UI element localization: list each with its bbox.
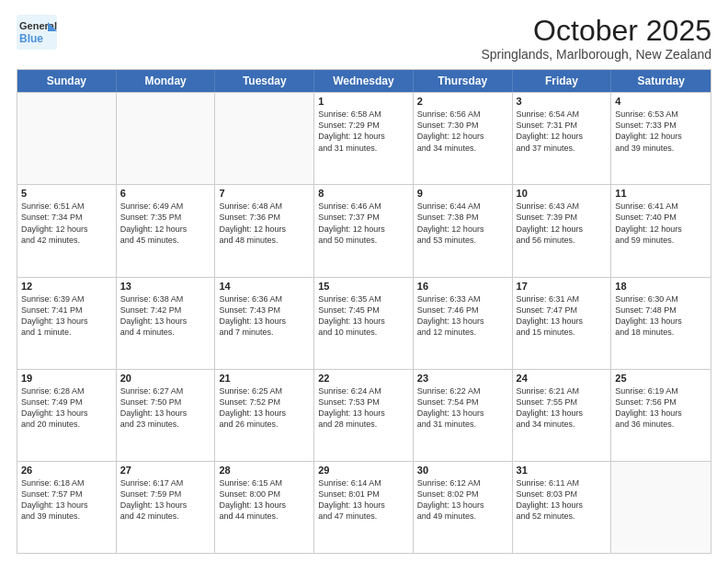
day-info: Sunrise: 6:28 AM Sunset: 7:49 PM Dayligh… bbox=[21, 385, 112, 431]
day-info: Sunrise: 6:14 AM Sunset: 8:01 PM Dayligh… bbox=[318, 477, 409, 523]
day-number: 10 bbox=[517, 188, 608, 199]
day-info: Sunrise: 6:43 AM Sunset: 7:39 PM Dayligh… bbox=[517, 201, 608, 246]
day-number: 25 bbox=[615, 373, 707, 384]
location-subtitle: Springlands, Marlborough, New Zealand bbox=[481, 47, 711, 62]
day-info: Sunrise: 6:41 AM Sunset: 7:40 PM Dayligh… bbox=[615, 201, 707, 246]
day-info: Sunrise: 6:58 AM Sunset: 7:29 PM Dayligh… bbox=[318, 109, 409, 154]
header-day-thursday: Thursday bbox=[414, 70, 513, 92]
day-number: 14 bbox=[219, 281, 310, 292]
calendar-row-2: 12Sunrise: 6:39 AM Sunset: 7:41 PM Dayli… bbox=[17, 277, 711, 369]
calendar-day-16: 16Sunrise: 6:33 AM Sunset: 7:46 PM Dayli… bbox=[414, 278, 513, 369]
day-number: 9 bbox=[417, 188, 508, 199]
header-day-tuesday: Tuesday bbox=[215, 70, 314, 92]
calendar-day-17: 17Sunrise: 6:31 AM Sunset: 7:47 PM Dayli… bbox=[513, 278, 612, 369]
day-number: 4 bbox=[615, 96, 707, 107]
day-info: Sunrise: 6:49 AM Sunset: 7:35 PM Dayligh… bbox=[120, 201, 211, 246]
calendar-day-10: 10Sunrise: 6:43 AM Sunset: 7:39 PM Dayli… bbox=[513, 185, 612, 276]
day-number: 2 bbox=[417, 96, 508, 107]
day-info: Sunrise: 6:19 AM Sunset: 7:56 PM Dayligh… bbox=[615, 385, 707, 431]
day-info: Sunrise: 6:25 AM Sunset: 7:52 PM Dayligh… bbox=[219, 385, 310, 431]
calendar-cell-empty bbox=[611, 462, 711, 553]
day-number: 6 bbox=[120, 188, 211, 199]
day-number: 30 bbox=[417, 465, 508, 476]
day-number: 13 bbox=[120, 281, 211, 292]
day-info: Sunrise: 6:36 AM Sunset: 7:43 PM Dayligh… bbox=[219, 293, 310, 339]
day-number: 8 bbox=[318, 188, 409, 199]
day-number: 20 bbox=[120, 373, 211, 384]
calendar-day-31: 31Sunrise: 6:11 AM Sunset: 8:03 PM Dayli… bbox=[513, 462, 612, 553]
calendar-day-29: 29Sunrise: 6:14 AM Sunset: 8:01 PM Dayli… bbox=[314, 462, 414, 553]
day-number: 12 bbox=[21, 281, 112, 292]
day-info: Sunrise: 6:51 AM Sunset: 7:34 PM Dayligh… bbox=[21, 201, 112, 246]
calendar-day-23: 23Sunrise: 6:22 AM Sunset: 7:54 PM Dayli… bbox=[414, 370, 513, 461]
calendar-day-20: 20Sunrise: 6:27 AM Sunset: 7:50 PM Dayli… bbox=[117, 370, 216, 461]
day-number: 28 bbox=[219, 465, 310, 476]
calendar-day-1: 1Sunrise: 6:58 AM Sunset: 7:29 PM Daylig… bbox=[314, 93, 414, 184]
day-number: 17 bbox=[517, 281, 608, 292]
calendar-day-11: 11Sunrise: 6:41 AM Sunset: 7:40 PM Dayli… bbox=[611, 185, 711, 276]
header-day-saturday: Saturday bbox=[611, 70, 711, 92]
month-title: October 2025 bbox=[481, 15, 711, 47]
calendar-day-18: 18Sunrise: 6:30 AM Sunset: 7:48 PM Dayli… bbox=[611, 278, 711, 369]
calendar-day-30: 30Sunrise: 6:12 AM Sunset: 8:02 PM Dayli… bbox=[414, 462, 513, 553]
title-block: October 2025 Springlands, Marlborough, N… bbox=[481, 15, 711, 62]
day-info: Sunrise: 6:12 AM Sunset: 8:02 PM Dayligh… bbox=[417, 477, 508, 523]
day-info: Sunrise: 6:27 AM Sunset: 7:50 PM Dayligh… bbox=[120, 385, 211, 431]
calendar-day-24: 24Sunrise: 6:21 AM Sunset: 7:55 PM Dayli… bbox=[513, 370, 612, 461]
day-number: 26 bbox=[21, 465, 112, 476]
day-number: 19 bbox=[21, 373, 112, 384]
calendar-cell-empty bbox=[117, 93, 216, 184]
header-day-sunday: Sunday bbox=[17, 70, 117, 92]
calendar-day-2: 2Sunrise: 6:56 AM Sunset: 7:30 PM Daylig… bbox=[414, 93, 513, 184]
day-info: Sunrise: 6:33 AM Sunset: 7:46 PM Dayligh… bbox=[417, 293, 508, 339]
calendar-day-3: 3Sunrise: 6:54 AM Sunset: 7:31 PM Daylig… bbox=[513, 93, 612, 184]
calendar-row-4: 26Sunrise: 6:18 AM Sunset: 7:57 PM Dayli… bbox=[17, 461, 711, 553]
calendar-day-15: 15Sunrise: 6:35 AM Sunset: 7:45 PM Dayli… bbox=[314, 278, 414, 369]
calendar-day-26: 26Sunrise: 6:18 AM Sunset: 7:57 PM Dayli… bbox=[17, 462, 117, 553]
day-info: Sunrise: 6:46 AM Sunset: 7:37 PM Dayligh… bbox=[318, 201, 409, 246]
calendar-day-14: 14Sunrise: 6:36 AM Sunset: 7:43 PM Dayli… bbox=[215, 278, 314, 369]
day-number: 11 bbox=[615, 188, 707, 199]
calendar-day-9: 9Sunrise: 6:44 AM Sunset: 7:38 PM Daylig… bbox=[414, 185, 513, 276]
day-info: Sunrise: 6:11 AM Sunset: 8:03 PM Dayligh… bbox=[517, 477, 608, 523]
day-number: 29 bbox=[318, 465, 409, 476]
calendar-day-19: 19Sunrise: 6:28 AM Sunset: 7:49 PM Dayli… bbox=[17, 370, 117, 461]
day-info: Sunrise: 6:39 AM Sunset: 7:41 PM Dayligh… bbox=[21, 293, 112, 339]
day-number: 23 bbox=[417, 373, 508, 384]
svg-text:Blue: Blue bbox=[19, 32, 43, 45]
day-number: 7 bbox=[219, 188, 310, 199]
logo-svg: GeneralBlue bbox=[17, 15, 57, 50]
day-number: 31 bbox=[517, 465, 608, 476]
calendar-header-row: SundayMondayTuesdayWednesdayThursdayFrid… bbox=[17, 70, 711, 92]
calendar-day-21: 21Sunrise: 6:25 AM Sunset: 7:52 PM Dayli… bbox=[215, 370, 314, 461]
header-day-wednesday: Wednesday bbox=[314, 70, 414, 92]
calendar-row-1: 5Sunrise: 6:51 AM Sunset: 7:34 PM Daylig… bbox=[17, 184, 711, 276]
day-number: 21 bbox=[219, 373, 310, 384]
calendar-day-22: 22Sunrise: 6:24 AM Sunset: 7:53 PM Dayli… bbox=[314, 370, 414, 461]
calendar-row-0: 1Sunrise: 6:58 AM Sunset: 7:29 PM Daylig… bbox=[17, 92, 711, 184]
day-info: Sunrise: 6:38 AM Sunset: 7:42 PM Dayligh… bbox=[120, 293, 211, 339]
day-number: 27 bbox=[120, 465, 211, 476]
day-number: 15 bbox=[318, 281, 409, 292]
day-info: Sunrise: 6:21 AM Sunset: 7:55 PM Dayligh… bbox=[517, 385, 608, 431]
logo: GeneralBlue bbox=[17, 15, 57, 50]
calendar-cell-empty bbox=[17, 93, 117, 184]
day-info: Sunrise: 6:48 AM Sunset: 7:36 PM Dayligh… bbox=[219, 201, 310, 246]
day-info: Sunrise: 6:22 AM Sunset: 7:54 PM Dayligh… bbox=[417, 385, 508, 431]
day-info: Sunrise: 6:17 AM Sunset: 7:59 PM Dayligh… bbox=[120, 477, 211, 523]
calendar-day-12: 12Sunrise: 6:39 AM Sunset: 7:41 PM Dayli… bbox=[17, 278, 117, 369]
header-day-monday: Monday bbox=[117, 70, 216, 92]
day-number: 3 bbox=[517, 96, 608, 107]
day-info: Sunrise: 6:56 AM Sunset: 7:30 PM Dayligh… bbox=[417, 109, 508, 154]
calendar-day-5: 5Sunrise: 6:51 AM Sunset: 7:34 PM Daylig… bbox=[17, 185, 117, 276]
calendar-body: 1Sunrise: 6:58 AM Sunset: 7:29 PM Daylig… bbox=[17, 92, 711, 553]
day-info: Sunrise: 6:35 AM Sunset: 7:45 PM Dayligh… bbox=[318, 293, 409, 339]
day-info: Sunrise: 6:44 AM Sunset: 7:38 PM Dayligh… bbox=[417, 201, 508, 246]
header: GeneralBlue October 2025 Springlands, Ma… bbox=[17, 15, 711, 62]
calendar-day-13: 13Sunrise: 6:38 AM Sunset: 7:42 PM Dayli… bbox=[117, 278, 216, 369]
day-info: Sunrise: 6:18 AM Sunset: 7:57 PM Dayligh… bbox=[21, 477, 112, 523]
calendar-day-6: 6Sunrise: 6:49 AM Sunset: 7:35 PM Daylig… bbox=[117, 185, 216, 276]
calendar-day-7: 7Sunrise: 6:48 AM Sunset: 7:36 PM Daylig… bbox=[215, 185, 314, 276]
calendar-day-4: 4Sunrise: 6:53 AM Sunset: 7:33 PM Daylig… bbox=[611, 93, 711, 184]
calendar-row-3: 19Sunrise: 6:28 AM Sunset: 7:49 PM Dayli… bbox=[17, 369, 711, 461]
